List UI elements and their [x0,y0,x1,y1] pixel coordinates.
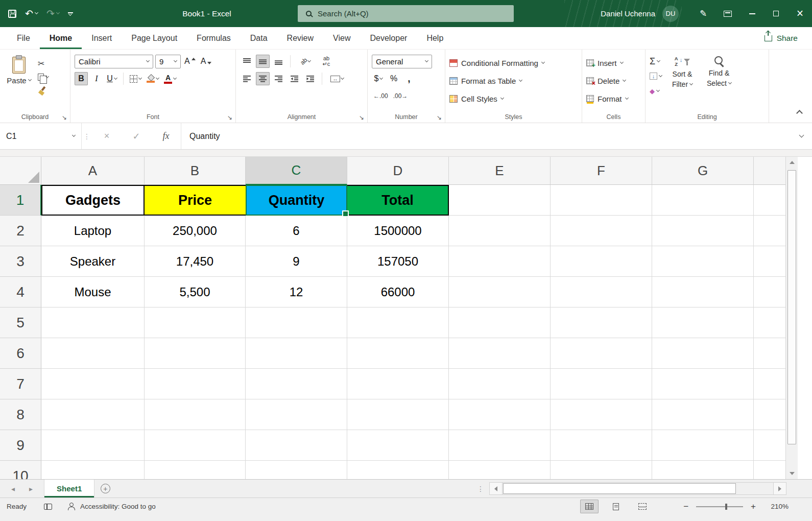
cell-C1-active[interactable]: Quantity [246,185,347,216]
row-header-2[interactable]: 2 [0,216,41,246]
scrollbar-splitter[interactable]: ⋮ [477,480,489,498]
align-left-button[interactable] [240,72,254,85]
scroll-down-button[interactable] [786,468,798,479]
cell-E8[interactable] [449,399,551,430]
vertical-scroll-thumb[interactable] [787,170,796,444]
cell-B8[interactable] [145,399,246,430]
bold-button[interactable]: B [75,72,88,85]
format-cells-button[interactable]: Format [586,91,641,106]
cell-D4[interactable]: 66000 [347,277,449,307]
cell-D5[interactable] [347,307,449,338]
align-top-button[interactable] [240,55,254,68]
cell-C6[interactable] [246,338,347,369]
zoom-slider[interactable] [696,506,743,507]
cell-G6[interactable] [652,338,754,369]
cell-F8[interactable] [551,399,652,430]
page-break-view-button[interactable] [633,500,652,513]
cell-A2[interactable]: Laptop [41,216,145,246]
col-header-e[interactable]: E [449,157,551,185]
italic-button[interactable]: I [90,72,103,85]
col-header-c[interactable]: C [246,157,347,185]
row-header-4[interactable]: 4 [0,277,41,307]
ribbon-display-options-button[interactable] [715,0,740,27]
row-header-6[interactable]: 6 [0,338,41,369]
cell-E9[interactable] [449,430,551,461]
horizontal-scroll-track[interactable] [503,482,773,495]
increase-decimal-button[interactable]: ←.00 [372,90,390,102]
comma-format-button[interactable]: , [402,72,416,85]
row-header-7[interactable]: 7 [0,369,41,399]
close-button[interactable]: × [788,0,812,27]
normal-view-button[interactable] [580,500,599,513]
cell-E1[interactable] [449,185,551,216]
scroll-left-button[interactable] [489,482,503,495]
col-header-f[interactable]: F [551,157,652,185]
cell-A9[interactable] [41,430,145,461]
clear-button[interactable]: ◆ [650,85,662,97]
share-button[interactable]: Share [765,34,798,43]
align-center-button[interactable] [256,72,270,85]
fill-color-button[interactable] [145,72,160,85]
col-header-g[interactable]: G [652,157,754,185]
cell-D2[interactable]: 1500000 [347,216,449,246]
zoom-level[interactable]: 210% [761,503,789,510]
cell-F5[interactable] [551,307,652,338]
save-button[interactable] [8,10,16,18]
font-size-select[interactable]: 9 [155,55,181,68]
cell-E10[interactable] [449,461,551,479]
cell-G5[interactable] [652,307,754,338]
restore-button[interactable] [764,0,788,27]
cell-F10[interactable] [551,461,652,479]
cell-A6[interactable] [41,338,145,369]
cell-G2[interactable] [652,216,754,246]
prev-sheet-button[interactable]: ◂ [11,485,15,493]
row-header-5[interactable]: 5 [0,307,41,338]
cell-G3[interactable] [652,246,754,277]
autosum-button[interactable]: Σ [650,56,662,67]
paste-button[interactable]: Paste [4,54,34,109]
cut-button[interactable]: ✂ [38,59,49,68]
col-header-b[interactable]: B [145,157,246,185]
cell-B2[interactable]: 250,000 [145,216,246,246]
fill-button[interactable]: ↓ [650,70,662,82]
new-sheet-button[interactable]: + [94,480,116,498]
cell-G4[interactable] [652,277,754,307]
cell-E4[interactable] [449,277,551,307]
collapse-ribbon-button[interactable] [797,108,802,117]
vertical-scrollbar[interactable] [785,157,798,479]
next-sheet-button[interactable]: ▸ [29,485,33,493]
cell-F1[interactable] [551,185,652,216]
cell-D3[interactable]: 157050 [347,246,449,277]
cell-C3[interactable]: 9 [246,246,347,277]
font-name-select[interactable]: Calibri [75,55,153,68]
cell-A5[interactable] [41,307,145,338]
minimize-button[interactable] [740,0,764,27]
format-as-table-button[interactable]: Format as Table [449,74,578,88]
tab-home[interactable]: Home [40,27,82,49]
decrease-decimal-button[interactable]: .00→ [392,90,410,102]
cell-C9[interactable] [246,430,347,461]
ink-pen-button[interactable]: ✎ [691,0,715,27]
insert-cells-button[interactable]: Insert [586,56,641,70]
cell-C10[interactable] [246,461,347,479]
row-header-10[interactable]: 10 [0,461,41,479]
page-layout-view-button[interactable] [607,500,625,513]
cell-A4[interactable]: Mouse [41,277,145,307]
align-middle-button[interactable] [256,55,270,68]
cell-G7[interactable] [652,369,754,399]
cell-G9[interactable] [652,430,754,461]
tab-data[interactable]: Data [241,27,277,49]
name-box[interactable]: C1 [0,123,82,149]
align-bottom-button[interactable] [272,55,285,68]
row-header-9[interactable]: 9 [0,430,41,461]
search-box[interactable]: Search (Alt+Q) [298,5,514,22]
zoom-in-button[interactable]: + [751,502,756,512]
tab-review[interactable]: Review [277,27,323,49]
cell-F3[interactable] [551,246,652,277]
cell-D8[interactable] [347,399,449,430]
cell-C8[interactable] [246,399,347,430]
cell-B7[interactable] [145,369,246,399]
cell-F6[interactable] [551,338,652,369]
cell-F9[interactable] [551,430,652,461]
find-select-button[interactable]: Find & Select [703,54,735,109]
